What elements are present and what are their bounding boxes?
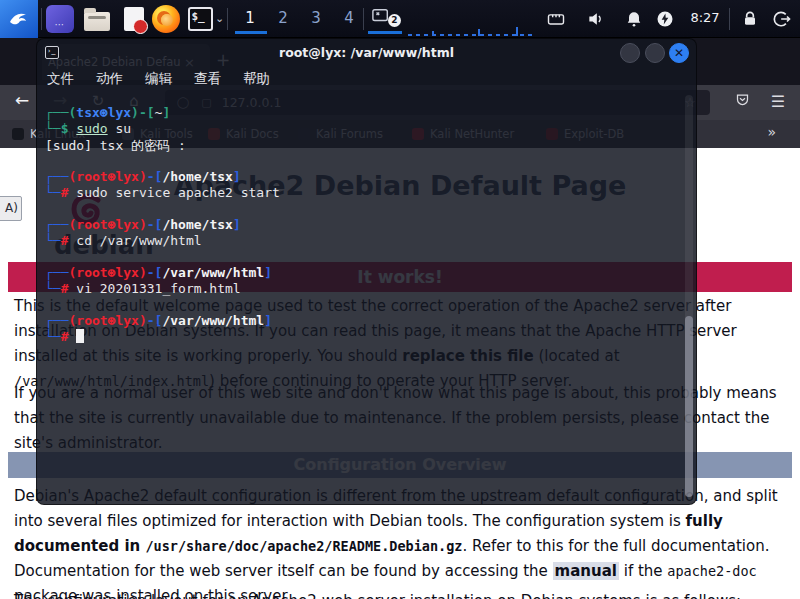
text-editor-icon[interactable] [120, 5, 148, 33]
terminal-maximize-button[interactable] [645, 43, 665, 63]
workspace-2[interactable]: 2 [267, 5, 299, 31]
text-segment: The configuration layout for an Apache2 … [14, 592, 741, 599]
text-segment: if the [619, 562, 667, 580]
bookmarks-overflow-chevron[interactable]: » [767, 124, 776, 140]
terminal-cursor [76, 329, 84, 343]
panel-separator [227, 8, 228, 30]
logout-icon[interactable] [772, 9, 792, 29]
terminal-scrollbar[interactable] [685, 95, 693, 497]
active-workspace-underline [235, 31, 267, 34]
terminal-line: └─# cd /var/www/html [45, 233, 675, 249]
menu-view[interactable]: 查看 [194, 70, 221, 88]
bookmark-favicon [12, 128, 24, 140]
app-drawer-icon[interactable]: ⋯ [46, 5, 74, 33]
top-panel: ⋯ $_ ⌄ 1 2 3 4 2 [0, 0, 800, 38]
terminal-line [45, 153, 675, 169]
terminal-output[interactable]: ┌──(tsx⊛lyx)-[~]└─$ sudo su[sudo] tsx 的密… [45, 105, 675, 345]
terminal-line: └─# sudo service apache2 start [45, 185, 675, 201]
menu-actions[interactable]: 动作 [96, 70, 123, 88]
pocket-icon[interactable] [732, 92, 752, 111]
terminal-titlebar[interactable]: ›_ root@lyx: /var/www/html ✕ [37, 39, 696, 65]
terminal-scrollbar-thumb[interactable] [685, 316, 693, 497]
terminal-title: root@lyx: /var/www/html [37, 45, 696, 60]
hamburger-menu-icon[interactable]: ☰ [768, 92, 788, 111]
network-sparkline [408, 32, 536, 36]
terminal-line: ┌──(root⊛lyx)-[/var/www/html] [45, 265, 675, 281]
kali-menu-button[interactable] [0, 0, 38, 38]
terminal-line [45, 249, 675, 265]
workspace-4[interactable]: 4 [333, 5, 365, 31]
text-segment: apache2-doc [667, 563, 756, 579]
paragraph-layout-intro: The configuration layout for an Apache2 … [14, 589, 788, 599]
terminal-launcher-icon[interactable]: $_ [186, 5, 214, 33]
kali-dragon-icon [7, 7, 31, 31]
menu-file[interactable]: 文件 [47, 70, 74, 88]
launcher-dropdown-caret[interactable]: ⌄ [215, 12, 224, 25]
back-button[interactable]: ← [12, 90, 32, 110]
ime-indicator: A) [0, 196, 22, 221]
terminal-line: └─$ sudo su [45, 121, 675, 137]
lock-icon[interactable] [740, 9, 760, 29]
panel-separator [363, 8, 364, 30]
window-count-badge: 2 [388, 14, 401, 27]
workspace-1[interactable]: 1 [234, 5, 266, 31]
volume-icon[interactable] [586, 9, 606, 29]
firefox-icon[interactable] [152, 5, 180, 33]
menu-edit[interactable]: 编辑 [145, 70, 172, 88]
terminal-line: ┌──(root⊛lyx)-[/home/tsx] [45, 217, 675, 233]
terminal-line: [sudo] tsx 的密码 : [45, 137, 675, 153]
terminal-menubar: 文件 动作 编辑 查看 帮助 [37, 65, 696, 93]
clock[interactable]: 8:27 [682, 10, 728, 25]
file-manager-icon[interactable] [83, 5, 111, 33]
terminal-line: ┌──(root⊛lyx)-[/home/tsx] [45, 169, 675, 185]
terminal-minimize-button[interactable] [620, 43, 640, 63]
terminal-line [45, 297, 675, 313]
network-icon[interactable] [546, 9, 566, 29]
workspace-3[interactable]: 3 [300, 5, 332, 31]
menu-help[interactable]: 帮助 [243, 70, 270, 88]
terminal-line: └─# vi 20201331_form.html [45, 281, 675, 297]
terminal-line [45, 201, 675, 217]
text-segment: /usr/share/doc/apache2/README.Debian.gz [145, 538, 462, 554]
terminal-line: └─# [45, 329, 675, 345]
panel-separator [41, 8, 42, 30]
terminal-close-button[interactable]: ✕ [669, 43, 689, 63]
power-manager-icon[interactable] [655, 9, 675, 29]
manual-link[interactable]: manual [553, 562, 619, 580]
terminal-line: ┌──(tsx⊛lyx)-[~] [45, 105, 675, 121]
window-list-underline [368, 31, 402, 34]
notifications-icon[interactable] [624, 9, 644, 29]
terminal-window[interactable]: ›_ root@lyx: /var/www/html ✕ 文件 动作 编辑 查看… [36, 38, 697, 505]
terminal-line: ┌──(root⊛lyx)-[/var/www/html] [45, 313, 675, 329]
panel-separator [729, 8, 730, 30]
